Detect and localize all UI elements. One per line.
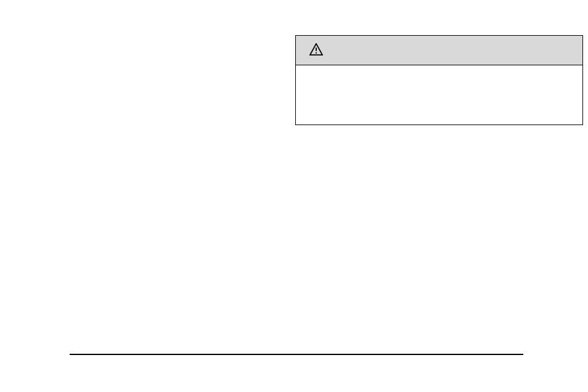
caution-box [295, 35, 583, 125]
caution-body [296, 65, 582, 125]
caution-header [296, 36, 582, 65]
footer-divider [70, 354, 523, 355]
warning-triangle-icon [309, 43, 323, 58]
svg-point-1 [316, 52, 317, 53]
